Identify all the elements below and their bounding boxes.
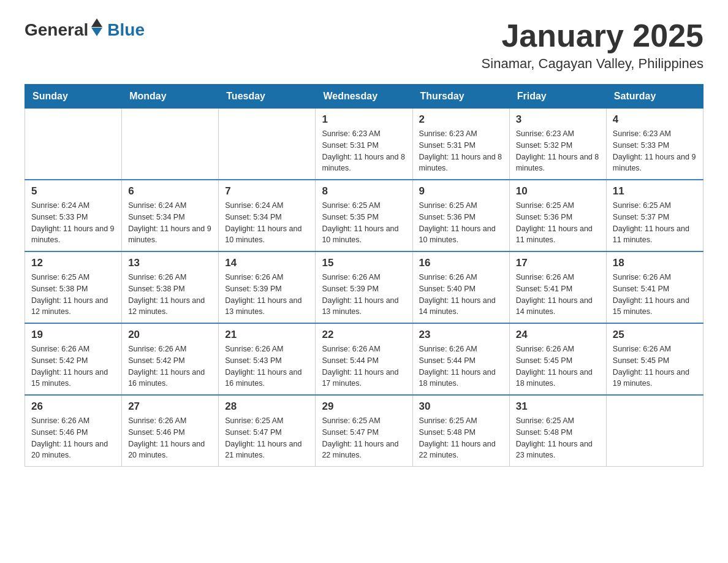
- triangle-down-icon: [91, 28, 102, 36]
- day-number: 21: [225, 329, 309, 341]
- day-number: 26: [31, 400, 115, 413]
- calendar-day-cell: 15Sunrise: 6:26 AM Sunset: 5:39 PM Dayli…: [316, 251, 412, 323]
- day-info: Sunrise: 6:26 AM Sunset: 5:43 PM Dayligh…: [225, 343, 309, 389]
- calendar-day-cell: 5Sunrise: 6:24 AM Sunset: 5:33 PM Daylig…: [25, 180, 122, 251]
- day-number: 28: [225, 400, 309, 413]
- calendar-day-cell: 10Sunrise: 6:25 AM Sunset: 5:36 PM Dayli…: [509, 180, 606, 251]
- day-info: Sunrise: 6:25 AM Sunset: 5:47 PM Dayligh…: [322, 415, 406, 461]
- day-info: Sunrise: 6:26 AM Sunset: 5:44 PM Dayligh…: [322, 343, 406, 389]
- day-number: 13: [128, 257, 212, 269]
- day-number: 25: [613, 329, 697, 341]
- day-number: 1: [322, 113, 406, 126]
- day-info: Sunrise: 6:26 AM Sunset: 5:41 PM Dayligh…: [516, 272, 600, 318]
- day-number: 14: [225, 257, 309, 269]
- day-number: 17: [516, 257, 600, 269]
- calendar-day-cell: 31Sunrise: 6:25 AM Sunset: 5:48 PM Dayli…: [509, 395, 606, 467]
- day-info: Sunrise: 6:26 AM Sunset: 5:39 PM Dayligh…: [322, 272, 406, 318]
- day-number: 18: [613, 257, 697, 269]
- day-info: Sunrise: 6:25 AM Sunset: 5:48 PM Dayligh…: [419, 415, 503, 461]
- day-info: Sunrise: 6:26 AM Sunset: 5:40 PM Dayligh…: [419, 272, 503, 318]
- calendar-week-row: 1Sunrise: 6:23 AM Sunset: 5:31 PM Daylig…: [25, 109, 703, 180]
- day-info: Sunrise: 6:25 AM Sunset: 5:35 PM Dayligh…: [322, 200, 406, 246]
- day-number: 3: [516, 113, 600, 126]
- logo-general-text: General: [25, 20, 88, 40]
- day-info: Sunrise: 6:26 AM Sunset: 5:42 PM Dayligh…: [128, 343, 212, 389]
- day-number: 9: [419, 185, 503, 197]
- calendar-day-cell: 29Sunrise: 6:25 AM Sunset: 5:47 PM Dayli…: [316, 395, 412, 467]
- page-title: January 2025: [482, 18, 703, 53]
- calendar-day-cell: 7Sunrise: 6:24 AM Sunset: 5:34 PM Daylig…: [219, 180, 316, 251]
- calendar-day-cell: 8Sunrise: 6:25 AM Sunset: 5:35 PM Daylig…: [316, 180, 412, 251]
- day-info: Sunrise: 6:26 AM Sunset: 5:46 PM Dayligh…: [31, 415, 115, 461]
- calendar-day-cell: 20Sunrise: 6:26 AM Sunset: 5:42 PM Dayli…: [122, 323, 219, 395]
- day-number: 27: [128, 400, 212, 413]
- calendar-week-row: 5Sunrise: 6:24 AM Sunset: 5:33 PM Daylig…: [25, 180, 703, 251]
- day-of-week-header: Monday: [122, 85, 219, 109]
- day-info: Sunrise: 6:24 AM Sunset: 5:34 PM Dayligh…: [128, 200, 212, 246]
- day-of-week-header: Saturday: [606, 85, 703, 109]
- calendar-day-cell: 1Sunrise: 6:23 AM Sunset: 5:31 PM Daylig…: [316, 109, 412, 180]
- calendar-day-cell: 14Sunrise: 6:26 AM Sunset: 5:39 PM Dayli…: [219, 251, 316, 323]
- day-of-week-header: Tuesday: [219, 85, 316, 109]
- day-number: 12: [31, 257, 115, 269]
- day-number: 31: [516, 400, 600, 413]
- page-subtitle: Sinamar, Cagayan Valley, Philippines: [482, 56, 703, 72]
- calendar-day-cell: [122, 109, 219, 180]
- calendar-day-cell: 26Sunrise: 6:26 AM Sunset: 5:46 PM Dayli…: [25, 395, 122, 467]
- day-info: Sunrise: 6:24 AM Sunset: 5:34 PM Dayligh…: [225, 200, 309, 246]
- day-info: Sunrise: 6:24 AM Sunset: 5:33 PM Dayligh…: [31, 200, 115, 246]
- calendar-day-cell: 27Sunrise: 6:26 AM Sunset: 5:46 PM Dayli…: [122, 395, 219, 467]
- day-info: Sunrise: 6:23 AM Sunset: 5:33 PM Dayligh…: [613, 128, 697, 174]
- day-number: 24: [516, 329, 600, 341]
- day-info: Sunrise: 6:25 AM Sunset: 5:36 PM Dayligh…: [516, 200, 600, 246]
- day-number: 30: [419, 400, 503, 413]
- calendar-day-cell: 4Sunrise: 6:23 AM Sunset: 5:33 PM Daylig…: [606, 109, 703, 180]
- day-number: 23: [419, 329, 503, 341]
- calendar-day-cell: 6Sunrise: 6:24 AM Sunset: 5:34 PM Daylig…: [122, 180, 219, 251]
- calendar-day-cell: 9Sunrise: 6:25 AM Sunset: 5:36 PM Daylig…: [412, 180, 509, 251]
- triangle-up-icon: [91, 18, 102, 27]
- calendar-day-cell: 25Sunrise: 6:26 AM Sunset: 5:45 PM Dayli…: [606, 323, 703, 395]
- day-number: 6: [128, 185, 212, 197]
- day-info: Sunrise: 6:26 AM Sunset: 5:42 PM Dayligh…: [31, 343, 115, 389]
- day-info: Sunrise: 6:26 AM Sunset: 5:41 PM Dayligh…: [613, 272, 697, 318]
- calendar-day-cell: 16Sunrise: 6:26 AM Sunset: 5:40 PM Dayli…: [412, 251, 509, 323]
- day-number: 22: [322, 329, 406, 341]
- logo-icon: [91, 18, 102, 36]
- day-number: 10: [516, 185, 600, 197]
- calendar-day-cell: 12Sunrise: 6:25 AM Sunset: 5:38 PM Dayli…: [25, 251, 122, 323]
- logo-blue-text: Blue: [107, 20, 145, 40]
- day-number: 19: [31, 329, 115, 341]
- day-number: 4: [613, 113, 697, 126]
- title-block: January 2025 Sinamar, Cagayan Valley, Ph…: [482, 18, 703, 72]
- logo: General Blue: [25, 18, 145, 40]
- page-header: General Blue January 2025 Sinamar, Cagay…: [25, 18, 703, 72]
- calendar-day-cell: 2Sunrise: 6:23 AM Sunset: 5:31 PM Daylig…: [412, 109, 509, 180]
- day-number: 29: [322, 400, 406, 413]
- calendar-day-cell: 23Sunrise: 6:26 AM Sunset: 5:44 PM Dayli…: [412, 323, 509, 395]
- calendar-day-cell: 24Sunrise: 6:26 AM Sunset: 5:45 PM Dayli…: [509, 323, 606, 395]
- day-number: 20: [128, 329, 212, 341]
- day-number: 8: [322, 185, 406, 197]
- calendar-day-cell: 19Sunrise: 6:26 AM Sunset: 5:42 PM Dayli…: [25, 323, 122, 395]
- day-info: Sunrise: 6:26 AM Sunset: 5:45 PM Dayligh…: [613, 343, 697, 389]
- calendar-header-row: SundayMondayTuesdayWednesdayThursdayFrid…: [25, 85, 703, 109]
- calendar-day-cell: [219, 109, 316, 180]
- calendar-day-cell: 11Sunrise: 6:25 AM Sunset: 5:37 PM Dayli…: [606, 180, 703, 251]
- calendar-day-cell: 17Sunrise: 6:26 AM Sunset: 5:41 PM Dayli…: [509, 251, 606, 323]
- calendar-day-cell: 22Sunrise: 6:26 AM Sunset: 5:44 PM Dayli…: [316, 323, 412, 395]
- day-number: 11: [613, 185, 697, 197]
- calendar-week-row: 12Sunrise: 6:25 AM Sunset: 5:38 PM Dayli…: [25, 251, 703, 323]
- day-info: Sunrise: 6:23 AM Sunset: 5:31 PM Dayligh…: [322, 128, 406, 174]
- day-info: Sunrise: 6:23 AM Sunset: 5:32 PM Dayligh…: [516, 128, 600, 174]
- day-number: 7: [225, 185, 309, 197]
- calendar-day-cell: 18Sunrise: 6:26 AM Sunset: 5:41 PM Dayli…: [606, 251, 703, 323]
- day-info: Sunrise: 6:25 AM Sunset: 5:37 PM Dayligh…: [613, 200, 697, 246]
- day-info: Sunrise: 6:26 AM Sunset: 5:46 PM Dayligh…: [128, 415, 212, 461]
- calendar-table: SundayMondayTuesdayWednesdayThursdayFrid…: [25, 84, 703, 467]
- calendar-day-cell: 28Sunrise: 6:25 AM Sunset: 5:47 PM Dayli…: [219, 395, 316, 467]
- day-info: Sunrise: 6:25 AM Sunset: 5:38 PM Dayligh…: [31, 272, 115, 318]
- calendar-day-cell: 30Sunrise: 6:25 AM Sunset: 5:48 PM Dayli…: [412, 395, 509, 467]
- day-of-week-header: Sunday: [25, 85, 122, 109]
- calendar-day-cell: 3Sunrise: 6:23 AM Sunset: 5:32 PM Daylig…: [509, 109, 606, 180]
